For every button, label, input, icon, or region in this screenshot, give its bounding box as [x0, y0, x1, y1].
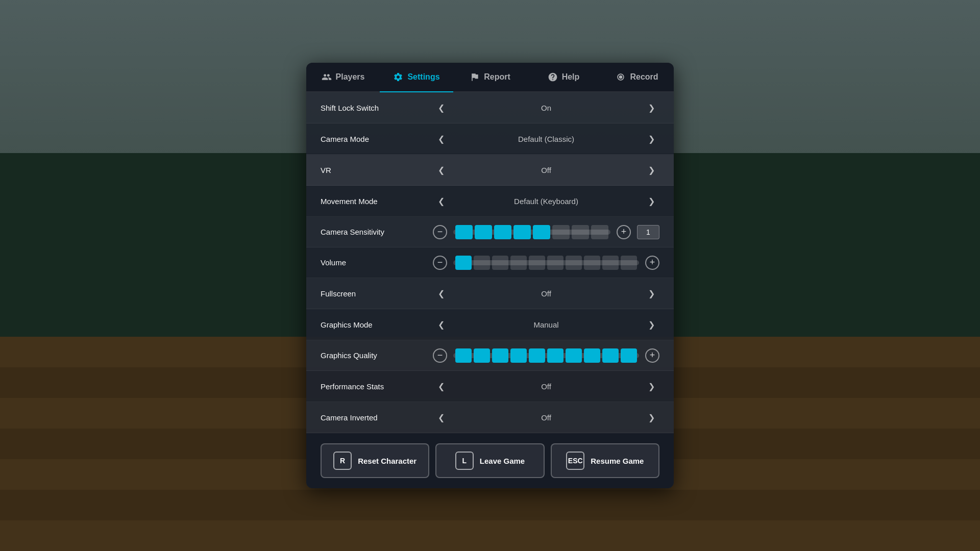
leave-game-button[interactable]: L Leave Game [435, 443, 544, 478]
graphics-quality-control: − + [433, 348, 659, 363]
setting-row-camera-inverted: Camera Inverted ❮ Off ❯ [306, 402, 674, 433]
setting-label-volume: Volume [321, 258, 433, 267]
setting-row-graphics-quality: Graphics Quality − [306, 340, 674, 371]
graphics-quality-track[interactable] [453, 353, 639, 358]
tab-bar: Players Settings Report [306, 63, 674, 92]
movement-mode-value: Default (Keyboard) [449, 197, 643, 206]
settings-body: Shift Lock Switch ❮ On ❯ Camera Mode ❮ D… [306, 92, 674, 433]
resume-game-button[interactable]: ESC Resume Game [551, 443, 659, 478]
volume-plus-btn[interactable]: + [645, 256, 659, 270]
setting-control-camera-inverted: ❮ Off ❯ [433, 409, 659, 425]
tab-record[interactable]: Record [600, 63, 674, 91]
camera-mode-prev-btn[interactable]: ❮ [433, 131, 449, 147]
vol-seg2 [474, 256, 490, 270]
movement-mode-next-btn[interactable]: ❯ [643, 193, 659, 209]
leave-key-badge: L [455, 452, 474, 470]
shift-lock-next-btn[interactable]: ❯ [643, 99, 659, 116]
setting-row-volume: Volume − + [306, 247, 674, 278]
resume-key-badge: ESC [566, 452, 584, 470]
setting-label-fullscreen: Fullscreen [321, 289, 433, 298]
flag-icon [470, 72, 480, 82]
volume-track[interactable] [453, 260, 639, 265]
vol-seg9 [602, 256, 619, 270]
seg4 [513, 225, 531, 239]
shift-lock-value: On [449, 104, 643, 112]
graphics-mode-prev-btn[interactable]: ❮ [433, 316, 449, 333]
fullscreen-value: Off [449, 289, 643, 298]
setting-row-movement-mode: Movement Mode ❮ Default (Keyboard) ❯ [306, 186, 674, 217]
help-icon [548, 72, 558, 82]
setting-control-graphics-mode: ❮ Manual ❯ [433, 316, 659, 333]
seg8 [591, 225, 608, 239]
volume-minus-btn[interactable]: − [433, 256, 447, 270]
setting-row-vr: VR ❮ Off ❯ [306, 155, 674, 186]
setting-label-vr: VR [321, 166, 433, 174]
seg7 [572, 225, 589, 239]
seg3 [494, 225, 511, 239]
setting-label-graphics-quality: Graphics Quality [321, 351, 433, 360]
setting-row-performance-stats: Performance Stats ❮ Off ❯ [306, 371, 674, 402]
resume-game-label: Resume Game [591, 457, 644, 465]
vr-prev-btn[interactable]: ❮ [433, 162, 449, 178]
performance-stats-next-btn[interactable]: ❯ [643, 378, 659, 394]
setting-label-camera-inverted: Camera Inverted [321, 413, 433, 422]
movement-mode-prev-btn[interactable]: ❮ [433, 193, 449, 209]
setting-label-graphics-mode: Graphics Mode [321, 320, 433, 329]
vol-seg8 [584, 256, 600, 270]
setting-row-fullscreen: Fullscreen ❮ Off ❯ [306, 278, 674, 309]
setting-control-shift-lock: ❮ On ❯ [433, 99, 659, 116]
setting-row-graphics-mode: Graphics Mode ❮ Manual ❯ [306, 309, 674, 340]
setting-control-performance-stats: ❮ Off ❯ [433, 378, 659, 394]
setting-row-camera-sensitivity: Camera Sensitivity − + [306, 217, 674, 247]
shift-lock-prev-btn[interactable]: ❮ [433, 99, 449, 116]
people-icon [322, 72, 332, 82]
fullscreen-prev-btn[interactable]: ❮ [433, 285, 449, 302]
seg1 [455, 225, 473, 239]
camera-sensitivity-track[interactable] [453, 230, 610, 235]
reset-character-button[interactable]: R Reset Character [321, 443, 429, 478]
camera-inverted-prev-btn[interactable]: ❮ [433, 409, 449, 425]
camera-inverted-value: Off [449, 413, 643, 422]
vol-seg3 [492, 256, 508, 270]
vr-next-btn[interactable]: ❯ [643, 162, 659, 178]
tab-help[interactable]: Help [527, 63, 600, 91]
record-icon [616, 72, 626, 82]
fullscreen-next-btn[interactable]: ❯ [643, 285, 659, 302]
gear-icon [393, 72, 403, 82]
graphics-quality-minus-btn[interactable]: − [433, 348, 447, 363]
setting-label-camera-sensitivity: Camera Sensitivity [321, 228, 433, 236]
camera-mode-next-btn[interactable]: ❯ [643, 131, 659, 147]
tab-players-label: Players [336, 72, 365, 82]
vol-seg4 [510, 256, 527, 270]
vol-seg1 [455, 256, 472, 270]
reset-key-badge: R [333, 452, 352, 470]
svg-point-0 [619, 76, 623, 79]
camera-sensitivity-minus-btn[interactable]: − [433, 225, 447, 239]
leave-game-label: Leave Game [480, 457, 525, 465]
graphics-quality-plus-btn[interactable]: + [645, 348, 659, 363]
setting-control-vr: ❮ Off ❯ [433, 162, 659, 178]
seg6 [552, 225, 570, 239]
performance-stats-prev-btn[interactable]: ❮ [433, 378, 449, 394]
camera-inverted-next-btn[interactable]: ❯ [643, 409, 659, 425]
reset-character-label: Reset Character [358, 457, 416, 465]
camera-sensitivity-plus-btn[interactable]: + [617, 225, 631, 239]
setting-control-camera-mode: ❮ Default (Classic) ❯ [433, 131, 659, 147]
tab-settings[interactable]: Settings [380, 63, 453, 91]
settings-menu: Players Settings Report [306, 63, 674, 488]
setting-row-shift-lock: Shift Lock Switch ❮ On ❯ [306, 92, 674, 123]
graphics-mode-next-btn[interactable]: ❯ [643, 316, 659, 333]
setting-label-shift-lock: Shift Lock Switch [321, 104, 433, 112]
setting-control-fullscreen: ❮ Off ❯ [433, 285, 659, 302]
tab-report-label: Report [484, 72, 510, 82]
volume-control: − + [433, 256, 659, 270]
camera-sensitivity-control: − + [433, 225, 659, 239]
tab-report[interactable]: Report [453, 63, 527, 91]
seg2 [475, 225, 492, 239]
vol-seg5 [529, 256, 545, 270]
camera-sensitivity-input[interactable] [637, 225, 659, 239]
performance-stats-value: Off [449, 382, 643, 391]
bottom-action-bar: R Reset Character L Leave Game ESC Resum… [306, 433, 674, 488]
tab-record-label: Record [630, 72, 658, 82]
tab-players[interactable]: Players [306, 63, 380, 91]
